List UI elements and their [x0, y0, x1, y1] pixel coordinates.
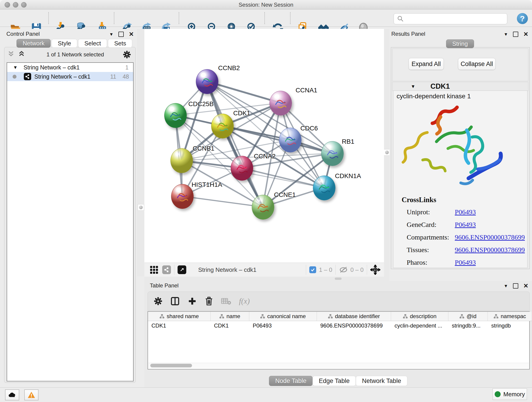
crosslink-link[interactable]: P06493	[455, 221, 476, 228]
crosslink-link[interactable]: 9606.ENSP00000378699	[455, 246, 525, 254]
table-row[interactable]: CDK1CDK1P064939606.ENSP00000378699cyclin…	[148, 321, 532, 331]
control-panel-close-icon[interactable]: ✕	[129, 32, 134, 36]
cloud-button[interactable]	[5, 389, 19, 400]
crosslink-label: GeneCard:	[407, 221, 455, 229]
table-settings-gear-icon[interactable]	[154, 297, 162, 306]
column-header-name[interactable]: name	[210, 312, 249, 321]
column-type-icon	[403, 314, 408, 319]
table-horizontal-scrollbar[interactable]	[148, 363, 529, 368]
gene-section-header[interactable]: ▼ CDK1	[392, 82, 528, 91]
network-node-rb1[interactable]	[321, 141, 344, 166]
delete-column-trash-icon[interactable]	[205, 297, 213, 306]
network-collection-box: 1 of 1 Network selected ▼ String Network…	[4, 47, 136, 383]
expand-all-button[interactable]: Expand All	[409, 58, 444, 70]
node-label-cdc25b: CDC25B	[188, 100, 214, 108]
crosslink-label: Uniprot:	[407, 208, 455, 216]
toolbar-separator	[48, 12, 49, 24]
tab-node-table[interactable]: Node Table	[269, 376, 312, 386]
column-header-namespac[interactable]: namespac	[488, 312, 532, 321]
network-node-count: 11	[110, 73, 116, 80]
network-node-cdkn1a[interactable]	[313, 176, 336, 200]
expand-all-icon[interactable]	[18, 51, 25, 58]
fit-selected-crosshair-icon[interactable]	[370, 265, 380, 275]
birdseye-grid-icon[interactable]	[149, 265, 158, 274]
tab-edge-table[interactable]: Edge Table	[312, 376, 356, 386]
column-type-icon	[260, 314, 265, 319]
table-cell[interactable]: 9606.ENSP00000378699	[317, 321, 391, 331]
column-header-canonical-name[interactable]: canonical name	[249, 312, 317, 321]
crosslink-link[interactable]: 9606.ENSP00000378699	[455, 233, 525, 241]
hidden-eye-slash-icon[interactable]	[339, 266, 348, 274]
network-row-selected[interactable]: String Network – cdk1 11 48	[7, 72, 133, 81]
show-columns-icon[interactable]	[170, 296, 180, 306]
table-panel-menu-icon[interactable]: ▼	[504, 283, 508, 288]
table-cell[interactable]: P06493	[249, 321, 317, 331]
table-cell[interactable]: stringdb	[488, 321, 532, 331]
table-cell[interactable]: cyclin-dependent ...	[391, 321, 448, 331]
network-node-cdk1[interactable]	[211, 114, 234, 138]
network-collection-row[interactable]: ▼ String Network – cdk1 1	[7, 63, 133, 72]
table-cell[interactable]: stringdb:9...	[448, 321, 488, 331]
tab-style[interactable]: Style	[51, 39, 77, 48]
network-node-ccna2[interactable]	[231, 156, 253, 181]
memory-button[interactable]: Memory	[493, 389, 527, 400]
network-node-ccna1[interactable]	[269, 91, 292, 115]
title-bar: Session: New Session	[0, 0, 532, 9]
horizontal-splitter-handle[interactable]	[335, 278, 342, 280]
network-canvas[interactable]: CCNB2CCNA1CDC25BCDK1CDC6RB1CCNB1CCNA2CDK…	[144, 29, 384, 263]
control-panel-menu-icon[interactable]: ▼	[109, 32, 114, 37]
results-panel-menu-icon[interactable]: ▼	[504, 32, 508, 37]
search-input[interactable]	[394, 13, 507, 24]
column-header-shared-name[interactable]: shared name	[148, 312, 210, 321]
results-panel-close-icon[interactable]: ✕	[523, 32, 528, 36]
column-header-description[interactable]: description	[391, 312, 448, 321]
right-splitter-handle[interactable]	[384, 149, 390, 156]
table-panel-float-icon[interactable]	[513, 283, 518, 288]
results-panel-float-icon[interactable]	[513, 32, 518, 37]
crosslinks-title: CrossLinks	[402, 196, 436, 204]
table-cell[interactable]: CDK1	[148, 321, 210, 331]
tab-string[interactable]: String	[446, 39, 474, 48]
column-type-icon	[219, 314, 224, 319]
network-options-gear-icon[interactable]	[123, 51, 131, 59]
table-cell[interactable]: CDK1	[210, 321, 249, 331]
tab-network[interactable]: Network	[17, 39, 51, 48]
tab-select[interactable]: Select	[78, 39, 107, 48]
collapse-all-button[interactable]: Collapse All	[458, 58, 496, 70]
control-panel: Control Panel ▼ ✕ NetworkStyleSelectSets…	[2, 29, 137, 383]
scrollbar-thumb[interactable]	[150, 364, 192, 367]
node-table[interactable]: shared namenamecanonical namedatabase id…	[147, 311, 530, 370]
network-node-ccnb1[interactable]	[171, 148, 193, 173]
tab-network-table[interactable]: Network Table	[356, 376, 407, 386]
warning-button[interactable]	[24, 389, 38, 400]
control-panel-float-icon[interactable]	[119, 32, 124, 37]
collapse-all-icon[interactable]	[7, 51, 14, 58]
network-node-cdc25b[interactable]	[164, 103, 187, 128]
table-panel: Table Panel ▼ ✕ f(x) shared n	[144, 281, 532, 387]
crosslink-link[interactable]: P06493	[455, 208, 476, 216]
network-node-hist1h1a[interactable]	[171, 184, 194, 209]
network-share-icon[interactable]	[162, 265, 171, 274]
results-panel-title: Results Panel	[391, 31, 425, 37]
network-node-ccnb2[interactable]	[196, 69, 218, 94]
network-node-cdc6[interactable]	[279, 128, 302, 153]
column-type-icon	[159, 314, 165, 319]
network-node-ccne1[interactable]	[252, 195, 274, 220]
network-status-bar: String Network – cdk1 1 – 0 0 – 0	[144, 263, 384, 277]
column-header--id[interactable]: @id	[448, 312, 488, 321]
tab-sets[interactable]: Sets	[108, 39, 132, 48]
column-header-database-identifier[interactable]: database identifier	[317, 312, 391, 321]
help-button[interactable]: ?	[517, 13, 528, 24]
crosslink-link[interactable]: P06493	[455, 259, 476, 266]
selected-checkbox-icon[interactable]	[309, 266, 316, 273]
network-edge-count: 48	[123, 73, 129, 80]
open-in-window-icon[interactable]	[177, 265, 186, 274]
gene-expander-icon[interactable]: ▼	[411, 84, 415, 89]
protein-structure-image	[400, 103, 505, 192]
collection-expander-icon[interactable]: ▼	[13, 65, 18, 70]
add-column-plus-icon[interactable]	[188, 297, 197, 306]
left-splitter[interactable]	[137, 29, 144, 276]
left-splitter-handle[interactable]	[138, 204, 144, 211]
table-panel-close-icon[interactable]: ✕	[523, 284, 528, 288]
network-edges	[144, 29, 384, 263]
